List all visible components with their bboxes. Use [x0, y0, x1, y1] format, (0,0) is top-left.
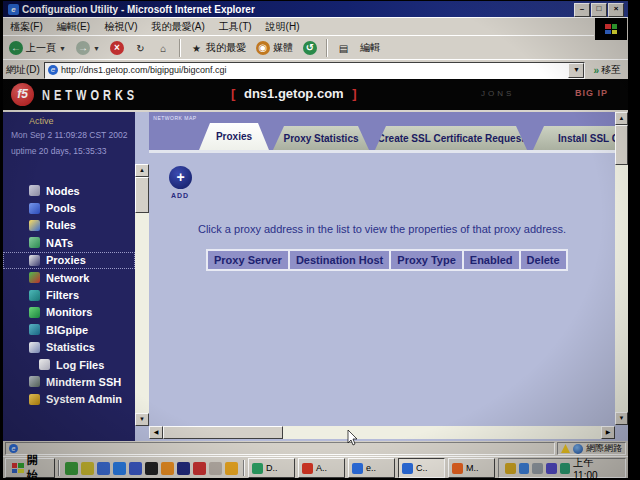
back-icon: ←: [9, 41, 23, 55]
tab-proxy-statistics[interactable]: Proxy Statistics: [273, 126, 369, 150]
scroll-down-icon[interactable]: ▼: [135, 413, 149, 426]
sidebar-item-statistics[interactable]: Statistics: [3, 339, 135, 356]
taskbar-window-1[interactable]: D..: [248, 458, 295, 478]
close-button[interactable]: ×: [608, 3, 624, 17]
menu-help[interactable]: 說明(H): [259, 18, 307, 36]
refresh-icon: ↻: [134, 42, 147, 55]
toolbar-separator: [179, 39, 181, 57]
instruction-text: Click a proxy address in the list to vie…: [149, 223, 615, 235]
scroll-up-icon[interactable]: ▲: [135, 164, 149, 177]
maximize-button[interactable]: □: [591, 3, 607, 17]
content-frame: NETWORK MAP Proxies Proxy Statistics Cre…: [149, 112, 628, 441]
sidebar-item-monitors[interactable]: Monitors: [3, 304, 135, 321]
address-input[interactable]: [61, 64, 569, 77]
favorites-button[interactable]: ★ 我的最愛: [186, 40, 250, 56]
scrollbar-thumb[interactable]: [615, 125, 628, 165]
messenger-icon[interactable]: [519, 463, 530, 474]
address-field-frame: e ▼: [44, 62, 586, 79]
scroll-up-icon[interactable]: ▲: [615, 112, 628, 125]
taskbar-window-4-active[interactable]: C..: [398, 458, 445, 478]
browser-toolbar: ← 上一頁 ▼ → ▼ × ↻ ⌂ ★ 我的最愛 ◉ 媒體 ↺: [3, 35, 594, 60]
quicklaunch-icon[interactable]: [113, 462, 126, 475]
sidebar-item-rules[interactable]: Rules: [3, 217, 135, 234]
sidebar-item-nodes[interactable]: Nodes: [3, 182, 135, 199]
monitors-icon: [29, 307, 40, 318]
sidebar-item-pools[interactable]: Pools: [3, 199, 135, 216]
content-horizontal-scrollbar[interactable]: ◀ ▶: [149, 426, 615, 439]
scrollbar-thumb[interactable]: [135, 177, 149, 213]
volume-icon[interactable]: [505, 463, 516, 474]
taskbar-window-3[interactable]: e..: [348, 458, 395, 478]
print-button[interactable]: ▤: [333, 41, 354, 56]
display-icon[interactable]: [532, 463, 543, 474]
scroll-right-icon[interactable]: ▶: [601, 426, 615, 439]
quicklaunch-icon[interactable]: [209, 462, 222, 475]
back-dropdown-icon[interactable]: ▼: [59, 45, 66, 52]
menu-view[interactable]: 檢視(V): [97, 18, 144, 36]
sidebar-item-mindterm-ssh[interactable]: Mindterm SSH: [3, 373, 135, 390]
forward-button[interactable]: → ▼: [72, 40, 104, 56]
sidebar-item-network[interactable]: Network: [3, 269, 135, 286]
sidebar-item-system-admin[interactable]: System Admin: [3, 391, 135, 408]
scrollbar-thumb[interactable]: [163, 426, 283, 439]
media-button[interactable]: ◉ 媒體: [252, 40, 297, 56]
taskbar-divider: [243, 460, 245, 476]
home-button[interactable]: ⌂: [153, 41, 174, 56]
quicklaunch-icon[interactable]: [65, 462, 78, 475]
add-button[interactable]: +: [169, 166, 192, 189]
tab-install-ssl-certificate[interactable]: Install SSL Certif: [533, 126, 615, 150]
quicklaunch-icon[interactable]: [97, 462, 110, 475]
app-icon: [452, 463, 463, 474]
history-button[interactable]: ↺: [299, 40, 321, 56]
go-button[interactable]: » 移至: [589, 62, 625, 78]
menu-favorites[interactable]: 我的最愛(A): [144, 18, 211, 36]
scroll-down-icon[interactable]: ▼: [615, 412, 628, 425]
back-button[interactable]: ← 上一頁 ▼: [5, 40, 70, 56]
quicklaunch-icon[interactable]: [225, 462, 238, 475]
nodes-icon: [29, 185, 40, 196]
quicklaunch-icon[interactable]: [81, 462, 94, 475]
network-map-button[interactable]: NETWORK MAP: [153, 115, 197, 121]
quicklaunch-icon[interactable]: [193, 462, 206, 475]
forward-icon: →: [76, 41, 90, 55]
menu-tools[interactable]: 工具(T): [212, 18, 259, 36]
edit-button[interactable]: 編輯: [356, 40, 384, 56]
toolbar-separator: [326, 39, 328, 57]
status-bar: e 網際網路: [3, 441, 628, 456]
taskbar: 開始 D.. A.. e.. C.. M.. 上午 11:00: [3, 456, 628, 478]
f5-logo-icon: f5: [11, 83, 34, 106]
scroll-left-icon[interactable]: ◀: [149, 426, 163, 439]
refresh-button[interactable]: ↻: [130, 41, 151, 56]
forward-dropdown-icon[interactable]: ▼: [93, 45, 100, 52]
quicklaunch-icon[interactable]: [129, 462, 142, 475]
tab-proxies[interactable]: Proxies: [199, 123, 269, 150]
sidebar-item-filters[interactable]: Filters: [3, 286, 135, 303]
taskbar-window-2[interactable]: A..: [298, 458, 345, 478]
taskbar-window-5[interactable]: M..: [448, 458, 495, 478]
start-button[interactable]: 開始: [5, 458, 55, 478]
taskbar-divider: [58, 460, 60, 476]
network-icon: [29, 272, 40, 283]
tab-create-ssl-certificate-request[interactable]: Create SSL Certificate Request: [375, 126, 527, 150]
minimize-button[interactable]: –: [574, 3, 590, 17]
quicklaunch-icon[interactable]: [161, 462, 174, 475]
address-bar: 網址(D) e ▼ » 移至: [3, 59, 628, 80]
sidebar-item-bigpipe[interactable]: BIGpipe: [3, 321, 135, 338]
clock[interactable]: 上午 11:00: [573, 456, 619, 479]
menu-file[interactable]: 檔案(F): [3, 18, 50, 36]
address-dropdown-icon[interactable]: ▼: [568, 63, 584, 78]
sidebar-item-log-files[interactable]: Log Files: [3, 356, 135, 373]
sidebar-item-proxies[interactable]: Proxies: [3, 252, 135, 269]
home-icon: ⌂: [157, 42, 170, 55]
quicklaunch-icon[interactable]: [145, 462, 158, 475]
menu-edit[interactable]: 編輯(E): [50, 18, 97, 36]
zone-label: 網際網路: [586, 442, 622, 455]
tray-app-icon[interactable]: [546, 463, 557, 474]
network-tray-icon[interactable]: [560, 463, 571, 474]
sidebar-item-nats[interactable]: NATs: [3, 234, 135, 251]
ie-app-icon: e: [8, 4, 19, 15]
sidebar-scrollbar[interactable]: ▲ ▼: [135, 164, 149, 426]
quicklaunch-icon[interactable]: [177, 462, 190, 475]
content-vertical-scrollbar[interactable]: ▲ ▼: [615, 112, 628, 425]
stop-button[interactable]: ×: [106, 40, 128, 56]
